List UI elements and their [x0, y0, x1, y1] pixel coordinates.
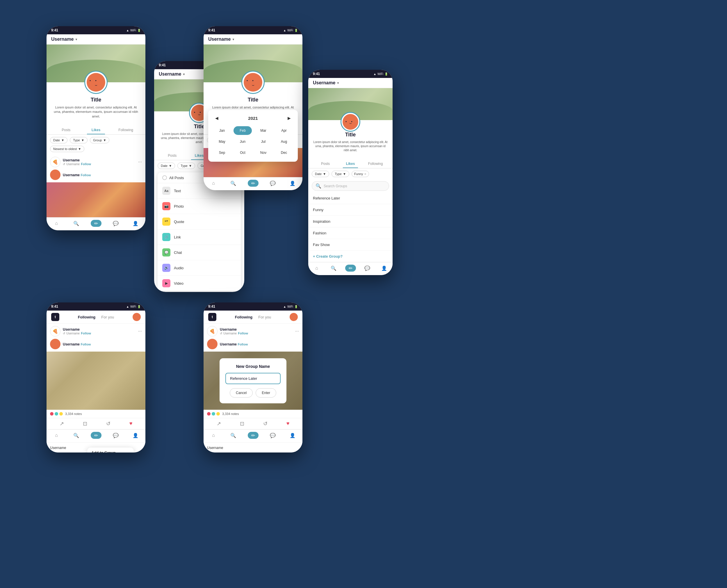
type-audio-option[interactable]: 🔊 Audio	[157, 260, 241, 276]
more-btn-6a[interactable]: ···	[295, 329, 299, 334]
nav-compose-1[interactable]: ✏	[86, 220, 106, 227]
search-groups-input-container[interactable]: 🔍 Search Groups	[312, 181, 389, 191]
nav-compose-3[interactable]: ✏	[243, 180, 263, 187]
group-funny[interactable]: Funny	[308, 204, 392, 216]
cal-dec[interactable]: Dec	[275, 148, 293, 157]
tab-following-1[interactable]: Following	[111, 126, 141, 134]
chat-type-icon: 💬	[162, 248, 170, 256]
username-header-4[interactable]: Username ▼	[313, 80, 339, 85]
nav-chat-4[interactable]: 💬	[359, 265, 376, 272]
cal-oct[interactable]: Oct	[234, 148, 252, 157]
cal-sep[interactable]: Sep	[213, 148, 231, 157]
feed-tab-foryou-6[interactable]: For you	[258, 315, 271, 319]
cal-jun[interactable]: Jun	[234, 137, 252, 146]
nav-search-5[interactable]: 🔍	[66, 432, 86, 439]
nav-chat-6[interactable]: 💬	[263, 432, 283, 439]
share-btn-6[interactable]: ↗	[217, 420, 221, 427]
group-filter-1[interactable]: Group▼	[90, 137, 109, 143]
type-video-option[interactable]: ▶ Video	[157, 276, 241, 291]
nav-profile-3[interactable]: 👤	[283, 180, 302, 187]
follow-btn-5b[interactable]: Follow	[81, 342, 91, 346]
cal-may[interactable]: May	[213, 137, 231, 146]
nav-profile-1[interactable]: 👤	[126, 220, 145, 227]
dialog-cancel-btn[interactable]: Cancel	[230, 388, 253, 398]
reblog-btn-6[interactable]: ↺	[263, 420, 268, 427]
reblog-btn-5[interactable]: ↺	[106, 420, 110, 427]
tab-likes-1[interactable]: Likes	[81, 126, 111, 134]
like-btn-5[interactable]: ♥	[129, 420, 133, 427]
profile-icon-1: 👤	[132, 220, 139, 227]
cal-apr[interactable]: Apr	[275, 126, 293, 135]
username-header-2[interactable]: Username ▼	[159, 71, 185, 77]
feed-tab-following-6[interactable]: Following	[235, 315, 253, 319]
follow-btn-6b[interactable]: Follow	[238, 342, 248, 346]
group-fashion[interactable]: Fashion	[308, 227, 392, 239]
tab-posts-2[interactable]: Posts	[159, 151, 186, 160]
tab-likes-4[interactable]: Likes	[338, 159, 363, 168]
nav-search-6[interactable]: 🔍	[223, 432, 243, 439]
date-filter-2[interactable]: Date▼	[157, 163, 175, 169]
cal-feb[interactable]: Feb	[234, 126, 252, 135]
type-chat-option[interactable]: 💬 Chat	[157, 245, 241, 260]
cal-aug[interactable]: Aug	[275, 137, 293, 146]
date-filter-4[interactable]: Date▼	[312, 171, 329, 177]
time-5: 9:41	[51, 304, 58, 309]
more-btn-5a[interactable]: ···	[138, 329, 142, 334]
feed-tab-following-5[interactable]: Following	[78, 315, 96, 319]
username-header-1[interactable]: Username ▼	[51, 37, 78, 42]
date-filter-1[interactable]: Date▼	[50, 137, 67, 143]
nav-compose-6[interactable]: ✏	[243, 432, 263, 439]
type-quote-option[interactable]: ❝❞ Quote	[157, 214, 241, 229]
follow-btn-1[interactable]: Follow	[81, 162, 91, 166]
funny-filter-4[interactable]: Funny ✕	[351, 171, 369, 177]
nav-home-5[interactable]: ⌂	[46, 432, 66, 439]
share-btn-5[interactable]: ↗	[60, 420, 64, 427]
funny-filter-x[interactable]: ✕	[364, 172, 366, 176]
cal-prev-arrow[interactable]: ◀	[213, 114, 221, 122]
follow-btn-6a[interactable]: Follow	[238, 332, 248, 335]
username-header-3[interactable]: Username ▼	[208, 37, 235, 42]
repost-btn-5[interactable]: ⊡	[83, 420, 87, 427]
create-group-btn[interactable]: + Create Group?	[308, 251, 392, 262]
like-btn-6[interactable]: ♥	[286, 420, 290, 427]
type-filter-1[interactable]: Type▼	[70, 137, 87, 143]
follow-btn-2[interactable]: Follow	[81, 173, 91, 177]
nav-compose-4[interactable]: ✏	[342, 265, 359, 272]
nav-search-3[interactable]: 🔍	[223, 180, 243, 187]
group-fav-show[interactable]: Fav Show	[308, 239, 392, 251]
nav-chat-1[interactable]: 💬	[106, 220, 126, 227]
cal-nov[interactable]: Nov	[254, 148, 273, 157]
cal-jul[interactable]: Jul	[254, 137, 273, 146]
tab-following-4[interactable]: Following	[363, 159, 388, 168]
nav-search-1[interactable]: 🔍	[66, 220, 86, 227]
nav-home-3[interactable]: ⌂	[204, 180, 223, 187]
nav-profile-4[interactable]: 👤	[376, 265, 392, 272]
follow-btn-5a[interactable]: Follow	[81, 332, 91, 335]
dialog-enter-btn[interactable]: Enter	[256, 388, 276, 398]
cal-mar[interactable]: Mar	[254, 126, 273, 135]
nav-chat-3[interactable]: 💬	[263, 180, 283, 187]
cal-next-arrow[interactable]: ▶	[285, 114, 293, 122]
type-filter-4[interactable]: Type▼	[332, 171, 349, 177]
nav-home-4[interactable]: ⌂	[308, 265, 325, 272]
nav-search-4[interactable]: 🔍	[325, 265, 342, 272]
cal-jan[interactable]: Jan	[213, 126, 231, 135]
nav-home-6[interactable]: ⌂	[204, 432, 223, 439]
group-inspiration[interactable]: Inspiration	[308, 216, 392, 227]
nav-compose-5[interactable]: ✏	[86, 432, 106, 439]
nav-chat-5[interactable]: 💬	[106, 432, 126, 439]
type-photo-option[interactable]: 📷 Photo	[157, 198, 241, 214]
tab-posts-4[interactable]: Posts	[313, 159, 338, 168]
dialog-group-name-input[interactable]	[226, 373, 281, 384]
repost-btn-6[interactable]: ⊡	[240, 420, 244, 427]
type-filter-2[interactable]: Type▼	[177, 163, 195, 169]
nav-profile-5[interactable]: 👤	[126, 432, 145, 439]
type-link-option[interactable]: 🔗 Link	[157, 229, 241, 245]
group-reference-later[interactable]: Reference Later	[308, 192, 392, 204]
feed-tab-foryou-5[interactable]: For you	[101, 315, 114, 319]
nav-home-1[interactable]: ⌂	[46, 220, 66, 227]
more-btn-1[interactable]: ···	[138, 159, 142, 165]
tab-posts-1[interactable]: Posts	[51, 126, 81, 134]
sort-btn-1[interactable]: Newest to oldest▼	[50, 146, 84, 152]
nav-profile-6[interactable]: 👤	[283, 432, 302, 439]
